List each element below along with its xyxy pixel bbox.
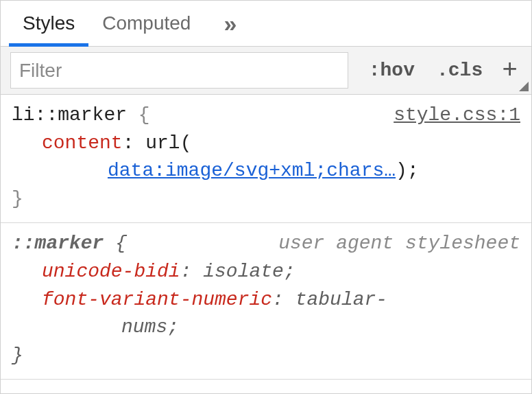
css-declaration[interactable]: content: url( bbox=[12, 130, 520, 158]
rule-header: li::marker { style.css:1 bbox=[12, 102, 520, 130]
rule-header: ::marker { user agent stylesheet bbox=[12, 230, 520, 258]
colon: : bbox=[123, 132, 134, 154]
rule-source-link[interactable]: style.css:1 bbox=[394, 102, 520, 130]
open-brace: { bbox=[138, 104, 150, 126]
panel-tabs: Styles Computed » bbox=[1, 0, 531, 47]
close-brace: } bbox=[12, 185, 520, 213]
css-property-name[interactable]: content bbox=[42, 132, 123, 154]
rule-selector[interactable]: ::marker bbox=[12, 233, 104, 254]
tab-computed[interactable]: Computed bbox=[88, 1, 204, 46]
css-property-value[interactable]: isolate bbox=[203, 261, 284, 282]
styles-panel: Styles Computed » :hov .cls + li::marker… bbox=[0, 0, 532, 394]
colon: : bbox=[272, 289, 284, 310]
tab-styles[interactable]: Styles bbox=[9, 1, 88, 46]
css-property-name[interactable]: unicode-bidi bbox=[42, 261, 180, 282]
dropdown-corner-icon bbox=[519, 82, 529, 91]
semicolon: ; bbox=[284, 261, 295, 282]
hov-toggle-button[interactable]: :hov bbox=[358, 47, 426, 94]
css-value-continuation: nums; bbox=[12, 314, 520, 342]
css-property-value[interactable]: tabular- bbox=[295, 289, 387, 310]
ua-stylesheet-label: user agent stylesheet bbox=[278, 230, 520, 258]
filter-wrap bbox=[1, 47, 358, 94]
css-property-value-cont[interactable]: nums bbox=[121, 316, 167, 338]
plus-icon: + bbox=[502, 56, 518, 85]
colon: : bbox=[180, 261, 192, 282]
rule-selector[interactable]: li::marker bbox=[12, 104, 127, 126]
cls-toggle-button[interactable]: .cls bbox=[426, 47, 494, 94]
url-close: ); bbox=[396, 160, 419, 181]
css-value-continuation: data:image/svg+xml;chars…); bbox=[12, 157, 520, 185]
new-style-rule-button[interactable]: + bbox=[494, 47, 531, 94]
style-rule-ua[interactable]: ::marker { user agent stylesheet unicode… bbox=[1, 223, 531, 380]
filter-input[interactable] bbox=[10, 52, 348, 89]
css-declaration[interactable]: unicode-bidi: isolate; bbox=[12, 258, 520, 286]
open-brace: { bbox=[115, 233, 127, 254]
css-url-value-link[interactable]: data:image/svg+xml;chars… bbox=[108, 160, 396, 181]
style-rule[interactable]: li::marker { style.css:1 content: url( d… bbox=[1, 95, 531, 223]
styles-toolbar: :hov .cls + bbox=[1, 47, 531, 95]
css-property-name[interactable]: font-variant-numeric bbox=[42, 289, 272, 310]
close-brace: } bbox=[12, 342, 520, 370]
url-keyword: url( bbox=[145, 132, 191, 154]
semicolon: ; bbox=[167, 316, 179, 338]
css-declaration[interactable]: font-variant-numeric: tabular- bbox=[12, 286, 520, 314]
rules-list: li::marker { style.css:1 content: url( d… bbox=[1, 95, 531, 380]
tabs-overflow-icon[interactable]: » bbox=[223, 10, 238, 37]
